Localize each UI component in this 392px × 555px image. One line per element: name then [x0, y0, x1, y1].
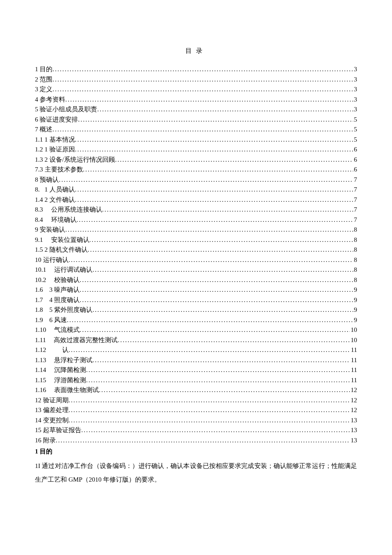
toc-leader-dots: [69, 416, 350, 426]
toc-leader-dots: [69, 405, 350, 416]
toc-entry-label: 8. 1 人员确认: [35, 185, 75, 195]
toc-entry[interactable]: 1.10 气流模式10: [35, 325, 357, 335]
toc-leader-dots: [75, 145, 353, 155]
toc-leader-dots: [69, 395, 350, 406]
toc-entry-page: 8: [353, 265, 357, 275]
toc-entry[interactable]: 10 运行确认8: [35, 255, 357, 265]
toc-leader-dots: [80, 285, 353, 295]
toc-entry[interactable]: 1.11 高效过渡器完整性测试10: [35, 335, 357, 346]
toc-leader-dots: [97, 105, 353, 115]
toc-entry[interactable]: 4 参考资料3: [35, 95, 357, 105]
toc-entry[interactable]: 1.15 浮游菌检测11: [35, 375, 357, 386]
toc-entry-page: 9: [353, 285, 357, 295]
toc-entry[interactable]: 10.1 运行调试确认8: [35, 265, 357, 275]
toc-entry[interactable]: 3 定义3: [35, 84, 357, 95]
toc-leader-dots: [86, 375, 350, 386]
toc-leader-dots: [92, 355, 350, 366]
toc-entry[interactable]: 2 范围3: [35, 75, 357, 85]
toc-entry[interactable]: 1 目的3: [35, 64, 357, 75]
toc-leader-dots: [115, 155, 353, 165]
toc-entry-page: 5: [353, 125, 357, 135]
toc-entry-label: 7 概述: [35, 125, 52, 135]
toc-leader-dots: [92, 265, 353, 275]
toc-entry[interactable]: 5 验证小组成员及职责3: [35, 105, 357, 115]
toc-entry[interactable]: 9.1 安装位置确认8: [35, 235, 357, 245]
toc-entry-page: 8: [353, 275, 357, 285]
toc-entry[interactable]: 7 概述5: [35, 125, 357, 135]
toc-leader-dots: [52, 64, 353, 75]
toc-entry-page: 12: [350, 385, 357, 395]
toc-entry[interactable]: 1.12 认11: [35, 345, 357, 355]
toc-entry-label: 1.13 悬浮粒子测试: [35, 355, 92, 366]
toc-entry-page: 5: [353, 115, 357, 125]
section-1-body: 1I 通过对洁净工作台（设备编码：）进行确认，确认本设备已按相应要求完成安装；确…: [35, 459, 357, 486]
toc-entry-page: 3: [353, 64, 357, 75]
toc-entry[interactable]: 1.6 3 噪声确认9: [35, 285, 357, 295]
toc-entry[interactable]: 1.4 2 文件确认7: [35, 195, 357, 205]
toc-entry[interactable]: 8 预确认7: [35, 175, 357, 185]
toc-entry-label: 2 范围: [35, 75, 52, 85]
toc-leader-dots: [75, 135, 353, 145]
toc-entry[interactable]: 1.9 6 风速9: [35, 315, 357, 325]
toc-leader-dots: [102, 205, 353, 215]
toc-entry[interactable]: 16 附录13: [35, 436, 357, 446]
toc-entry-page: 11: [350, 345, 357, 355]
toc-entry-label: 4 参考资料: [35, 95, 65, 105]
toc-leader-dots: [80, 275, 353, 285]
toc-entry[interactable]: 1.1 1 基本情况5: [35, 135, 357, 145]
toc-leader-dots: [86, 365, 350, 375]
toc-entry[interactable]: 14 变更控制13: [35, 416, 357, 426]
toc-entry[interactable]: 8.3 公用系统连接确认7: [35, 205, 357, 215]
toc-title: 目录: [35, 47, 357, 55]
table-of-contents: 1 目的32 范围33 定义34 参考资料35 验证小组成员及职责36 验证进度…: [35, 64, 357, 445]
toc-entry[interactable]: 8.4 环境确认7: [35, 215, 357, 225]
toc-entry-page: 3: [353, 84, 357, 95]
toc-entry-page: 8: [353, 225, 357, 235]
toc-entry-page: 7: [353, 175, 357, 185]
toc-entry-page: 13: [350, 416, 357, 426]
toc-entry[interactable]: 1.7 4 照度确认9: [35, 295, 357, 305]
toc-entry[interactable]: 1.13 悬浮粒子测试11: [35, 355, 357, 366]
toc-entry[interactable]: 1.5 2 随机文件确认8: [35, 245, 357, 255]
toc-entry-label: 15 起草验证报告: [35, 425, 81, 436]
toc-entry-label: 1.15 浮游菌检测: [35, 375, 86, 386]
toc-leader-dots: [52, 125, 353, 135]
toc-leader-dots: [75, 185, 353, 195]
toc-entry[interactable]: 9 安装确认8: [35, 225, 357, 235]
toc-entry-label: 1.9 6 风速: [35, 315, 67, 325]
toc-entry-page: 6: [353, 145, 357, 155]
toc-entry-label: 16 附录: [35, 436, 56, 446]
toc-entry[interactable]: 1.2 1 验证原因6: [35, 145, 357, 155]
toc-entry-page: 7: [353, 205, 357, 215]
toc-entry-page: 7: [353, 215, 357, 225]
section-1-heading: 1 目的: [35, 446, 357, 456]
toc-entry-page: 12: [350, 395, 357, 406]
toc-entry[interactable]: 1.16 表面微生物测试12: [35, 385, 357, 395]
toc-entry-page: 10: [350, 335, 357, 346]
toc-leader-dots: [80, 295, 353, 305]
toc-entry-label: 1.10 气流模式: [35, 325, 80, 335]
toc-entry-page: 12: [350, 405, 357, 416]
toc-entry-page: 11: [350, 365, 357, 375]
toc-entry[interactable]: 10.2 校验确认8: [35, 275, 357, 285]
toc-leader-dots: [92, 305, 353, 315]
toc-entry-label: 10.2 校验确认: [35, 275, 80, 285]
toc-leader-dots: [67, 315, 353, 325]
toc-entry[interactable]: 1.3 2 设备/系统运行情况回顾6: [35, 155, 357, 165]
toc-entry[interactable]: 7.3 主要技术参数6: [35, 165, 357, 175]
toc-entry[interactable]: 8. 1 人员确认7: [35, 185, 357, 195]
toc-entry-page: 8: [353, 235, 357, 245]
toc-entry[interactable]: 6 验证进度安排5: [35, 115, 357, 125]
toc-entry-label: 5 验证小组成员及职责: [35, 105, 97, 115]
toc-entry[interactable]: 13 偏差处理12: [35, 405, 357, 416]
toc-entry-label: 1.11 高效过渡器完整性测试: [35, 335, 118, 346]
toc-entry-page: 6: [353, 155, 357, 165]
toc-entry-page: 10: [350, 325, 357, 335]
toc-entry[interactable]: 1.8 5 紫外照度确认9: [35, 305, 357, 315]
toc-entry[interactable]: 15 起草验证报告13: [35, 425, 357, 436]
toc-entry-label: 1.8 5 紫外照度确认: [35, 305, 92, 315]
toc-entry-label: 13 偏差处理: [35, 405, 69, 416]
toc-entry[interactable]: 1.14 沉降菌检测11: [35, 365, 357, 375]
toc-entry[interactable]: 12 验证周期12: [35, 395, 357, 406]
toc-leader-dots: [52, 75, 353, 85]
